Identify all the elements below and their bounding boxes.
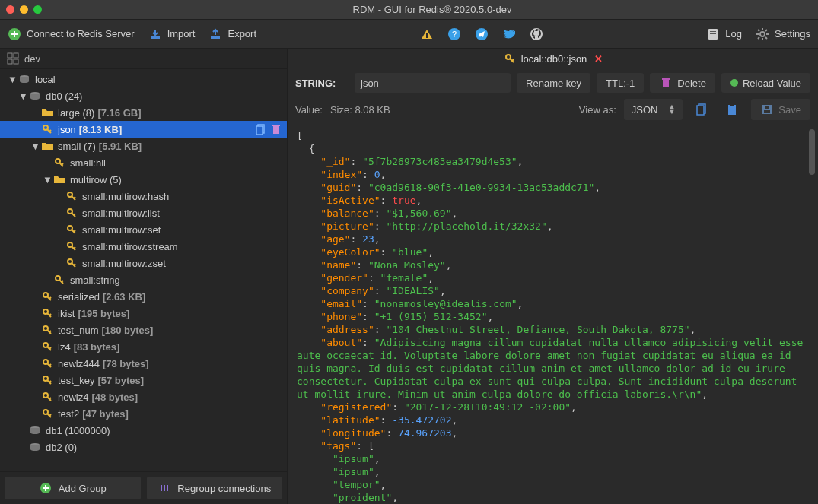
tree-node[interactable]: ikist [195 bytes] — [0, 305, 287, 322]
tree-node[interactable]: ▼small (7) [5.91 KB] — [0, 138, 287, 154]
code-line: "email": "nonamosley@idealis.com", — [297, 297, 809, 310]
node-label: test_key — [58, 375, 94, 386]
expand-arrow[interactable]: ▼ — [8, 74, 17, 85]
log-label: Log — [725, 28, 742, 40]
paste-button[interactable] — [721, 99, 743, 120]
warning-icon[interactable] — [420, 27, 434, 41]
key-icon — [65, 191, 78, 201]
connection-tree[interactable]: ▼local▼db0 (24)large (8) [7.16 GB]json [… — [0, 69, 287, 471]
scrollbar-thumb[interactable] — [809, 129, 815, 175]
tree-node[interactable]: small:multirow:zset — [0, 255, 287, 271]
rename-key-button[interactable]: Rename key — [517, 73, 590, 93]
tree-node[interactable]: small:string — [0, 271, 287, 288]
node-label: small:multirow:set — [82, 224, 161, 236]
code-line: { — [297, 142, 809, 155]
node-label: small:multirow:hash — [82, 191, 169, 202]
key-icon — [41, 358, 53, 369]
value-viewer[interactable]: [ { "_id": "5f7b26973c483ea3479d4e53", "… — [288, 125, 818, 504]
view-as-label: View as: — [579, 104, 616, 116]
window-title: RDM - GUI for Redis® 2020.5.0-dev — [53, 4, 812, 15]
tree-node[interactable]: small:multirow:stream — [0, 238, 287, 255]
add-group-label: Add Group — [59, 483, 107, 494]
sidebar-top-label: dev — [24, 53, 40, 65]
delete-key-button[interactable]: Delete — [650, 73, 715, 93]
close-window-button[interactable] — [6, 5, 14, 14]
svg-line-18 — [758, 30, 759, 31]
tree-node[interactable]: serialized [2.63 KB] — [0, 288, 287, 305]
code-line: "guid": "c0ad9618-90f3-41e0-9934-13ac53a… — [297, 181, 809, 194]
reload-value-button[interactable]: Reload Value — [721, 73, 810, 93]
node-label: test2 — [58, 408, 79, 420]
maximize-window-button[interactable] — [33, 5, 42, 14]
key-type-label: STRING: — [295, 78, 349, 89]
expand-arrow[interactable]: ▼ — [43, 174, 52, 185]
export-button[interactable]: Export — [208, 27, 256, 41]
svg-line-47 — [74, 214, 75, 215]
code-line: [ — [297, 129, 809, 142]
tab-close-icon[interactable]: ✕ — [594, 53, 603, 65]
key-icon — [41, 408, 53, 419]
tree-node[interactable]: ▼local — [0, 71, 287, 87]
svg-line-44 — [74, 197, 75, 198]
svg-rect-22 — [8, 53, 12, 58]
tree-node[interactable]: newlz4 [48 bytes] — [0, 388, 287, 405]
grid-icon[interactable] — [6, 52, 20, 65]
settings-button[interactable]: Settings — [756, 27, 810, 41]
connect-button[interactable]: Connect to Redis Server — [8, 27, 135, 41]
tree-node[interactable]: large (8) [7.16 GB] — [0, 104, 287, 121]
connect-label: Connect to Redis Server — [27, 28, 135, 40]
import-button[interactable]: Import — [148, 27, 196, 41]
dot-icon — [730, 79, 738, 87]
tree-node[interactable]: newlz444 [78 bytes] — [0, 355, 287, 372]
help-icon[interactable]: ? — [447, 27, 461, 41]
copy-icon[interactable] — [256, 124, 266, 135]
svg-point-31 — [30, 97, 40, 100]
svg-line-65 — [49, 314, 51, 315]
trash-icon[interactable] — [272, 124, 281, 135]
tree-node[interactable]: test_key [57 bytes] — [0, 372, 287, 388]
key-icon — [41, 308, 53, 319]
tree-node[interactable]: ▼multirow (5) — [0, 171, 287, 188]
copy-button[interactable] — [690, 99, 713, 120]
tree-node[interactable]: small:multirow:hash — [0, 188, 287, 204]
svg-line-83 — [49, 414, 51, 416]
log-button[interactable]: Log — [706, 27, 742, 41]
expand-arrow[interactable]: ▼ — [18, 90, 27, 102]
github-icon[interactable] — [530, 27, 543, 41]
minimize-window-button[interactable] — [20, 5, 28, 14]
svg-line-80 — [49, 398, 51, 399]
code-line: "_id": "5f7b26973c483ea3479d4e53", — [297, 155, 809, 168]
view-as-select[interactable]: JSON ▲▼ — [624, 99, 683, 120]
save-button[interactable]: Save — [751, 99, 810, 120]
tree-node[interactable]: lz4 [83 bytes] — [0, 338, 287, 355]
node-label: small:multirow:stream — [82, 241, 178, 252]
tree-node[interactable]: ▼db0 (24) — [0, 87, 287, 104]
folder-icon — [41, 108, 53, 117]
key-name-input[interactable]: json — [355, 73, 511, 93]
node-label: json — [58, 124, 76, 135]
tab-label[interactable]: local::db0::json — [521, 53, 587, 65]
tree-node[interactable]: small:multirow:list — [0, 204, 287, 221]
twitter-icon[interactable] — [502, 27, 516, 41]
tree-node[interactable]: small:hll — [0, 154, 287, 171]
code-line: "longitude": 74.967203, — [297, 426, 809, 439]
tree-node[interactable]: db1 (1000000) — [0, 422, 287, 439]
telegram-icon[interactable] — [475, 27, 489, 41]
add-group-button[interactable]: Add Group — [5, 477, 141, 499]
expand-arrow[interactable]: ▼ — [30, 141, 40, 152]
tree-node[interactable]: test_num [180 bytes] — [0, 322, 287, 338]
db-icon — [18, 74, 30, 84]
tree-node[interactable]: small:multirow:set — [0, 221, 287, 238]
tree-node[interactable]: db2 (0) — [0, 439, 287, 455]
code-line: "ipsum", — [297, 465, 809, 478]
code-line: "picture": "http://placehold.it/32x32", — [297, 220, 809, 233]
ttl-button[interactable]: TTL:-1 — [597, 73, 644, 93]
node-label: small:hll — [70, 157, 106, 169]
svg-rect-36 — [256, 126, 263, 135]
tree-node[interactable]: test2 [47 bytes] — [0, 405, 287, 422]
main-pane: local::db0::json ✕ STRING: json Rename k… — [288, 49, 818, 504]
svg-rect-10 — [710, 31, 716, 32]
tree-node[interactable]: json [8.13 KB] — [0, 121, 287, 138]
value-bar: Value: Size: 8.08 KB View as: JSON ▲▼ Sa… — [288, 97, 818, 125]
regroup-button[interactable]: Regroup connections — [147, 477, 283, 499]
